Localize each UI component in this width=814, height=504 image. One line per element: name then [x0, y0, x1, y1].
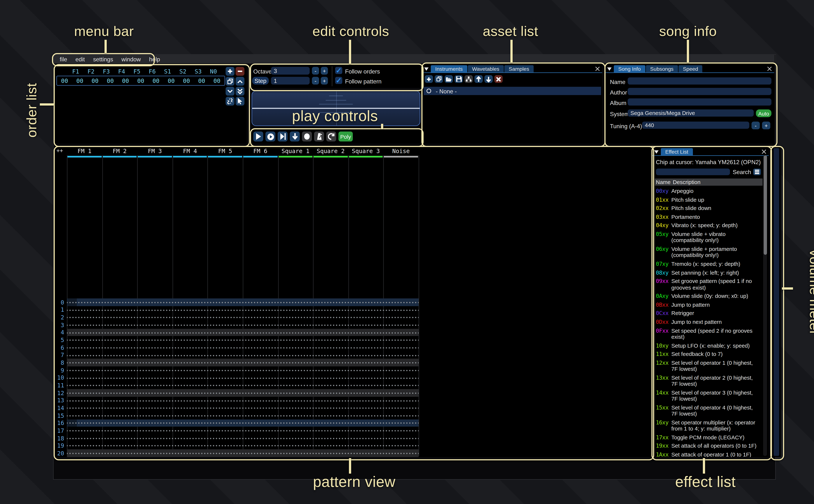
effect-row[interactable]: 04xy Vibrato (x: speed; y: depth) — [656, 222, 759, 229]
close-icon[interactable] — [767, 66, 772, 71]
system-select[interactable]: Sega Genesis/Mega Drive — [628, 109, 754, 117]
effect-row[interactable]: 13xx Set level of operator 2 (0 highest,… — [656, 375, 759, 387]
channel-header[interactable]: Square 2 — [313, 148, 348, 155]
follow-pattern-label[interactable]: Follow pattern — [345, 78, 381, 85]
pattern-row[interactable]: 16 — [55, 419, 651, 427]
order-cell[interactable]: 00 — [179, 77, 194, 84]
pattern-view-panel[interactable]: ++ FM 1 FM 2 FM 3 — [55, 147, 651, 457]
play-button[interactable] — [253, 132, 263, 141]
row-empty-cells[interactable] — [67, 306, 419, 314]
octave-minus-button[interactable]: - — [312, 67, 319, 75]
repeat-pattern-button[interactable] — [290, 132, 300, 141]
order-column-header[interactable]: F6 — [144, 68, 160, 75]
step-row-button[interactable] — [277, 132, 287, 141]
effect-row[interactable]: 05xy Volume slide + vibrato (compatibili… — [656, 231, 759, 244]
metronome-button[interactable] — [314, 132, 324, 141]
step-plus-button[interactable]: + — [321, 77, 328, 85]
collapse-triangle-icon[interactable] — [654, 150, 659, 154]
play-pattern-button[interactable] — [265, 132, 275, 141]
collapse-triangle-icon[interactable] — [607, 67, 612, 71]
record-button[interactable] — [302, 132, 312, 141]
pattern-row[interactable]: 13 — [55, 397, 651, 404]
album-input[interactable] — [628, 98, 771, 106]
row-empty-cells[interactable] — [67, 434, 419, 442]
row-empty-cells[interactable] — [67, 336, 419, 344]
follow-orders-checkbox[interactable]: ✓ — [335, 67, 342, 74]
effect-row[interactable]: 0Axy Volume slide (0y: down; x0: up) — [656, 293, 759, 299]
asset-delete-button[interactable] — [495, 75, 503, 83]
channel-header[interactable]: Square 3 — [348, 148, 383, 155]
effect-row[interactable]: 01xx Pitch slide up — [656, 197, 759, 203]
order-add-button[interactable] — [226, 67, 234, 76]
order-column-header[interactable]: S1 — [160, 68, 175, 75]
name-input[interactable] — [628, 77, 771, 85]
effect-row[interactable]: 10xy Setup LFO (x: enable; y: speed) — [656, 342, 759, 349]
order-cell[interactable]: 00 — [163, 77, 179, 84]
asset-folders-button[interactable] — [465, 75, 473, 83]
effect-table-header[interactable]: Name Description — [655, 179, 763, 186]
order-duplicate-button[interactable] — [226, 77, 234, 86]
author-input[interactable] — [628, 88, 771, 95]
channel-header[interactable]: FM 1 — [67, 148, 102, 155]
order-column-header[interactable]: F2 — [83, 68, 99, 75]
asset-open-button[interactable] — [445, 75, 453, 83]
close-icon[interactable] — [761, 149, 766, 154]
pattern-row[interactable]: 8 — [55, 359, 651, 366]
order-column-header[interactable]: F5 — [129, 68, 144, 75]
pattern-row[interactable]: 0 — [55, 298, 651, 306]
pattern-row[interactable]: 19 — [55, 442, 651, 449]
effect-row[interactable]: 17xx Toggle PCM mode (LEGACY) — [656, 434, 759, 440]
menu-item[interactable]: window — [121, 56, 141, 62]
asset-tab[interactable]: Instruments — [431, 65, 467, 72]
row-empty-cells[interactable] — [67, 412, 419, 419]
order-cell[interactable]: 00 — [57, 77, 72, 84]
pattern-row[interactable]: 20 — [55, 449, 651, 457]
effect-row[interactable]: 09xx Set groove pattern (speed 1 if no g… — [656, 278, 759, 291]
order-remove-button[interactable] — [235, 67, 244, 76]
effect-row[interactable]: 0Dxx Jump to next pattern — [656, 319, 759, 325]
order-column-header[interactable]: N0 — [206, 68, 221, 75]
row-empty-cells[interactable] — [67, 298, 419, 306]
pattern-row[interactable]: 2 — [55, 314, 651, 321]
repeat-button[interactable] — [326, 132, 336, 141]
asset-duplicate-button[interactable] — [435, 75, 443, 83]
poly-button[interactable]: Poly — [338, 132, 353, 141]
asset-move-up-button[interactable] — [475, 75, 483, 83]
step-minus-button[interactable]: - — [312, 77, 319, 85]
follow-pattern-checkbox[interactable]: ✓ — [335, 77, 342, 84]
row-empty-cells[interactable] — [67, 351, 419, 359]
step-input[interactable]: 1 — [271, 77, 310, 85]
menu-item[interactable]: help — [149, 56, 160, 62]
system-auto-button[interactable]: Auto — [756, 109, 771, 117]
effect-search-input[interactable] — [656, 169, 730, 175]
channel-header[interactable]: Noise — [383, 148, 419, 155]
order-column-header[interactable]: F4 — [114, 68, 129, 75]
pattern-row[interactable]: 1 — [55, 306, 651, 314]
effect-row[interactable]: 00xy Arpeggio — [656, 188, 759, 194]
order-column-header[interactable]: S2 — [175, 68, 190, 75]
order-cell[interactable]: 00 — [133, 77, 148, 84]
collapse-triangle-icon[interactable] — [424, 67, 429, 71]
effect-row[interactable]: 08xy Set panning (x: left; y: right) — [656, 270, 759, 276]
order-row[interactable]: 0000000000000000000000 — [56, 76, 225, 86]
row-empty-cells[interactable] — [67, 321, 419, 329]
octave-input[interactable]: 3 — [271, 67, 310, 75]
row-empty-cells[interactable] — [67, 397, 419, 404]
order-column-header[interactable]: F1 — [68, 68, 83, 75]
order-duplicate-end-button[interactable] — [235, 87, 244, 96]
channel-header[interactable]: FM 4 — [172, 148, 207, 155]
pattern-corner[interactable]: ++ — [55, 148, 67, 155]
step-button[interactable]: Step — [252, 77, 269, 85]
asset-add-button[interactable] — [425, 75, 433, 83]
effect-row[interactable]: 0Bxx Jump to pattern — [656, 302, 759, 308]
pattern-row[interactable]: 17 — [55, 427, 651, 434]
pattern-row[interactable]: 12 — [55, 389, 651, 397]
channel-header[interactable]: FM 5 — [207, 148, 243, 155]
effect-scrollbar-thumb[interactable] — [764, 155, 767, 255]
tuning-input[interactable]: 440 — [642, 122, 749, 129]
pattern-row[interactable]: 11 — [55, 381, 651, 389]
pattern-row[interactable]: 15 — [55, 412, 651, 419]
order-column-header[interactable]: S3 — [191, 68, 206, 75]
order-cell[interactable]: 00 — [194, 77, 209, 84]
row-empty-cells[interactable] — [67, 389, 419, 397]
